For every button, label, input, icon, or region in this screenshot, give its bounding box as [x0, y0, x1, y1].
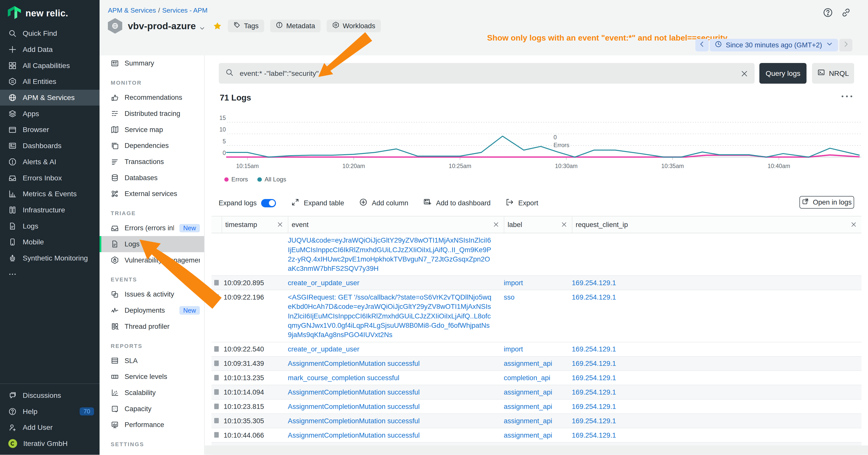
- event-link[interactable]: create_or_update_user: [288, 279, 360, 287]
- expand-logs-toggle[interactable]: Expand logs: [219, 199, 276, 207]
- event-link[interactable]: mark_course_completion successful: [288, 374, 399, 382]
- sidebar-item-synthetic-monitoring[interactable]: Synthetic Monitoring: [0, 250, 99, 266]
- time-back-button[interactable]: [695, 39, 709, 52]
- event-link[interactable]: AssignmentCompletionMutation successful: [288, 402, 420, 411]
- label-link[interactable]: import: [504, 279, 523, 287]
- nav-item-service-map[interactable]: Service map: [99, 122, 204, 138]
- nav-item-thread-profiler[interactable]: Thread profiler: [99, 319, 204, 334]
- log-row[interactable]: 10:10:13.235mark_course_completion succe…: [212, 371, 862, 385]
- sidebar-item-infrastructure[interactable]: Infrastructure: [0, 202, 99, 218]
- favorite-star-icon[interactable]: [213, 22, 222, 31]
- event-link[interactable]: <ASGIRequest: GET '/sso/callback/?state=…: [288, 293, 491, 338]
- nav-item-transactions[interactable]: Transactions: [99, 154, 204, 170]
- legend-errors[interactable]: Errors: [224, 176, 248, 183]
- log-row[interactable]: 10:09:31.439AssignmentCompletionMutation…: [212, 357, 862, 371]
- nav-item-distributed-tracing[interactable]: Distributed tracing: [99, 105, 204, 122]
- sidebar-item-add-user[interactable]: Add User: [0, 420, 99, 435]
- nav-item-issues-activity[interactable]: Issues & activity: [99, 287, 204, 302]
- sidebar-item-quick-find[interactable]: Quick Find: [0, 26, 99, 41]
- event-link[interactable]: JUQVU&code=eyJraWQiOiJjcGltY29yZV8wOTI1M…: [288, 236, 491, 272]
- log-row[interactable]: 10:09:22.196<ASGIRequest: GET '/sso/call…: [212, 290, 862, 342]
- sidebar-item-all-capabilities[interactable]: All Capabilities: [0, 58, 99, 73]
- ip-link[interactable]: 169.254.129.1: [572, 431, 616, 439]
- label-link[interactable]: assignment_api: [504, 417, 552, 425]
- sidebar-item-mobile[interactable]: Mobile: [0, 234, 99, 250]
- column-header-timestamp[interactable]: timestamp: [221, 217, 288, 233]
- add-to-dashboard-button[interactable]: Add to dashboard: [423, 198, 491, 208]
- remove-column-label-icon[interactable]: [561, 221, 567, 228]
- workloads-button[interactable]: Workloads: [327, 20, 381, 32]
- search-input[interactable]: [239, 68, 735, 78]
- nav-item-databases[interactable]: Databases: [99, 170, 204, 186]
- nav-item-deployments[interactable]: DeploymentsNew: [99, 302, 204, 319]
- chart-more-menu-icon[interactable]: [840, 92, 854, 101]
- label-link[interactable]: import: [504, 345, 523, 353]
- ip-link[interactable]: 169.254.129.1: [572, 388, 616, 396]
- sidebar-item-all-entities[interactable]: All Entities: [0, 73, 99, 90]
- time-forward-button[interactable]: [839, 39, 852, 52]
- column-header-event[interactable]: event: [288, 217, 504, 233]
- ip-link[interactable]: 169.254.129.1: [572, 279, 616, 287]
- nav-item-recommendations[interactable]: Recommendations: [99, 90, 204, 105]
- event-link[interactable]: AssignmentCompletionMutation successful: [288, 431, 420, 439]
- metadata-button[interactable]: Metadata: [270, 20, 320, 32]
- log-row[interactable]: 10:09:22.540create_or_update_userimport1…: [212, 343, 862, 357]
- log-row[interactable]: 10:10:23.815AssignmentCompletionMutation…: [212, 399, 862, 414]
- log-row[interactable]: 10:09:20.895create_or_update_userimport1…: [212, 276, 862, 290]
- breadcrumb-link-apm-services[interactable]: APM & Services: [108, 6, 156, 14]
- remove-column-request_client_ip-icon[interactable]: [850, 221, 857, 228]
- log-row[interactable]: 10:10:44.066AssignmentCompletionMutation…: [212, 428, 862, 443]
- sidebar-item-more[interactable]: [0, 266, 99, 282]
- ip-link[interactable]: 169.254.129.1: [572, 293, 616, 301]
- event-link[interactable]: AssignmentCompletionMutation successful: [288, 417, 420, 425]
- remove-column-timestamp-icon[interactable]: [277, 221, 283, 228]
- log-row[interactable]: JUQVU&code=eyJraWQiOiJjcGltY29yZV8wOTI1M…: [212, 233, 862, 276]
- nav-item-logs[interactable]: Logs: [99, 236, 204, 252]
- nav-item-scalability[interactable]: Scalability: [99, 385, 204, 401]
- nav-item-service-levels[interactable]: Service levels: [99, 368, 204, 385]
- sidebar-item-logs[interactable]: Logs: [0, 218, 99, 234]
- breadcrumb-link-services-apm[interactable]: Services - APM: [162, 6, 208, 14]
- ip-link[interactable]: 169.254.129.1: [572, 417, 616, 425]
- log-row[interactable]: 10:10:35.305AssignmentCompletionMutation…: [212, 414, 862, 428]
- event-link[interactable]: AssignmentCompletionMutation successful: [288, 388, 420, 396]
- nav-item-dependencies[interactable]: Dependencies: [99, 137, 204, 154]
- expand-table-button[interactable]: Expand table: [291, 198, 344, 208]
- add-column-button[interactable]: Add column: [359, 198, 408, 208]
- label-link[interactable]: assignment_api: [504, 359, 552, 367]
- label-link[interactable]: assignment_api: [504, 388, 552, 396]
- time-range-button[interactable]: Since 30 minutes ago (GMT+2): [710, 39, 838, 52]
- sidebar-item-help[interactable]: Help70: [0, 403, 99, 420]
- label-link[interactable]: assignment_api: [504, 402, 552, 411]
- query-logs-button[interactable]: Query logs: [760, 63, 806, 84]
- export-button[interactable]: Export: [505, 198, 538, 208]
- sidebar-item-apps[interactable]: Apps: [0, 105, 99, 122]
- log-row[interactable]: 10:10:14.094AssignmentCompletionMutation…: [212, 385, 862, 399]
- legend-all-logs[interactable]: All Logs: [257, 176, 286, 183]
- remove-column-event-icon[interactable]: [493, 221, 499, 228]
- label-link[interactable]: completion_api: [504, 374, 551, 382]
- sidebar-item-browser[interactable]: Browser: [0, 122, 99, 138]
- sidebar-item-add-data[interactable]: Add Data: [0, 41, 99, 58]
- nav-item-sla[interactable]: SLA: [99, 353, 204, 369]
- nav-item-capacity[interactable]: Capacity: [99, 401, 204, 417]
- nav-item-external-services[interactable]: External services: [99, 186, 204, 202]
- clear-search-icon[interactable]: [740, 69, 748, 77]
- open-in-logs-button[interactable]: Open in logs: [800, 196, 854, 209]
- new-relic-logo[interactable]: new relic.: [0, 0, 99, 26]
- sidebar-item-discussions[interactable]: Discussions: [0, 388, 99, 403]
- entity-switcher-chevron-icon[interactable]: [199, 24, 205, 30]
- sidebar-item-metrics-events[interactable]: Metrics & Events: [0, 186, 99, 202]
- column-header-label[interactable]: label: [504, 217, 572, 233]
- sidebar-item-errors-inbox[interactable]: Errors Inbox: [0, 170, 99, 186]
- ip-link[interactable]: 169.254.129.1: [572, 402, 616, 411]
- help-circle-icon[interactable]: [823, 7, 833, 18]
- sidebar-item-alerts-ai[interactable]: Alerts & AI: [0, 154, 99, 170]
- tags-button[interactable]: Tags: [228, 20, 264, 32]
- event-link[interactable]: AssignmentCompletionMutation successful: [288, 359, 420, 367]
- nav-item-performance[interactable]: Performance: [99, 417, 204, 433]
- event-link[interactable]: create_or_update_user: [288, 345, 360, 353]
- permalink-icon[interactable]: [841, 7, 851, 18]
- column-header-request_client_ip[interactable]: request_client_ip: [572, 217, 862, 233]
- ip-link[interactable]: 169.254.129.1: [572, 359, 616, 367]
